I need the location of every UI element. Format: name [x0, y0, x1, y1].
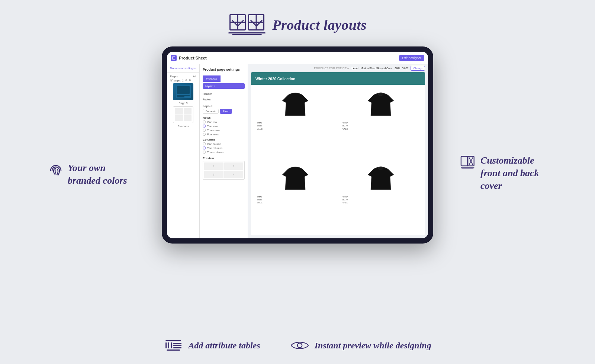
table-vert-2: [168, 342, 169, 348]
layout-box-2: [248, 14, 264, 30]
radio-three-columns[interactable]: Three columns: [203, 151, 245, 154]
layout-icon-group: [228, 14, 266, 35]
svg-rect-9: [177, 96, 184, 97]
app-body: Document settings › Pages A4 N° pages: 2…: [167, 64, 428, 238]
annotation-left: Your own branded colors: [48, 162, 135, 187]
top-section: Product layouts: [0, 0, 595, 35]
page-copy-icon[interactable]: ⧉: [189, 79, 191, 82]
page-title: Product layouts: [272, 17, 366, 33]
product-item-4: View Bu.nr VALE: [340, 162, 422, 233]
app-header: Product Sheet Exit designer: [167, 52, 428, 64]
pages-size: A4: [193, 75, 196, 78]
table-line-2: [167, 349, 180, 351]
svg-rect-4: [173, 58, 174, 59]
layout-box-1: [229, 14, 246, 30]
product-grid: View Bu.nr VALE: [251, 85, 425, 235]
tablet-wrapper: Your own branded colors Product Sheet Ex…: [0, 35, 595, 244]
product-info-4: View Bu.nr VALE: [340, 195, 422, 204]
tab-products[interactable]: Products: [203, 75, 221, 82]
eye-icon: [290, 338, 309, 353]
bottom-item-2: Instant preview while designing: [290, 338, 431, 353]
preview-cell-2: 2: [224, 162, 244, 170]
svg-rect-3: [174, 57, 175, 58]
product-layouts-icon: [228, 14, 266, 35]
tab-header[interactable]: Header: [203, 91, 245, 97]
main-content: PRODUCT FOR PREVIEW Label Merino Short S…: [248, 64, 428, 238]
product-label-value: Merino Short Sleeved Crew: [361, 67, 393, 70]
product-meta: Label Merino Short Sleeved Crew: [351, 67, 392, 70]
sidebar: Document settings › Pages A4 N° pages: 2…: [167, 64, 200, 238]
product-label-key: Label: [351, 67, 358, 70]
sidebar-header: Document settings ›: [167, 64, 199, 73]
toggle-fixed[interactable]: Fixed: [220, 109, 232, 114]
radio-label-one-row: One row: [207, 121, 217, 123]
sidebar-pages-count: N° pages: 2 ⊕ ⧉: [170, 79, 196, 82]
product-view-4: View: [342, 195, 419, 198]
page-3-label: Page 3: [170, 102, 196, 105]
product-page-header: Winter 2020 Collection: [251, 72, 425, 85]
radio-circle-three-columns: [203, 151, 206, 154]
columns-section-label: Columns: [203, 138, 245, 141]
products-thumbnail[interactable]: [173, 106, 193, 123]
app-title: Product Sheet: [179, 56, 207, 60]
layout-section-label: Layout: [203, 104, 245, 108]
tab-layout-arrow: ›: [215, 84, 216, 88]
sidebar-pages-row: Pages A4: [170, 75, 196, 78]
svg-rect-12: [461, 157, 467, 166]
product-vale-3: VALE: [257, 201, 334, 204]
table-vert-1: [165, 342, 167, 348]
page-3-thumbnail[interactable]: [173, 83, 193, 100]
bottom-item-1-text: Add attribute tables: [188, 341, 260, 351]
product-bunr-3: Bu.nr: [257, 198, 334, 201]
tshirt-front-2: [279, 162, 312, 195]
radio-circle-four-rows: [203, 133, 206, 136]
tshirt-front-1: [279, 88, 312, 121]
product-sku-value: V007: [402, 67, 408, 70]
table-icon: [164, 338, 183, 353]
product-sku: SKU V007: [395, 67, 408, 70]
annotation-right: Customizable front and back cover: [460, 154, 547, 192]
radio-one-column[interactable]: One column: [203, 142, 245, 145]
bottom-section: Add attribute tables Instant preview whi…: [0, 338, 595, 353]
radio-circle-two-rows: [203, 125, 206, 128]
radio-three-rows[interactable]: Three rows: [203, 129, 245, 132]
exit-designer-button[interactable]: Exit designer: [399, 55, 424, 61]
product-vale-1: VALE: [257, 128, 334, 131]
preview-section-label: Preview: [203, 157, 245, 160]
icon-underline-1: [228, 32, 266, 33]
product-vale-4: VALE: [342, 201, 419, 204]
layout-toggle: Dynamic Fixed: [203, 109, 245, 114]
pages-label: Pages: [170, 75, 178, 78]
svg-point-10: [378, 93, 383, 96]
radio-two-rows[interactable]: Two rows: [203, 125, 245, 128]
radio-two-columns[interactable]: Two columns: [203, 146, 245, 149]
tab-footer[interactable]: Footer: [203, 97, 245, 102]
table-line-1: [165, 340, 181, 341]
rows-section-label: Rows: [203, 116, 245, 119]
radio-label-three-rows: Three rows: [207, 129, 220, 132]
app-logo: [171, 55, 177, 61]
product-info-3: View Bu.nr VALE: [254, 195, 337, 204]
preview-bar-label: PRODUCT FOR PREVIEW: [314, 67, 350, 70]
preview-cell-4: 4: [224, 171, 244, 178]
sidebar-chevron: ›: [195, 67, 196, 70]
svg-rect-7: [177, 86, 190, 94]
tab-layout-label: Layout: [205, 84, 213, 88]
app-header-left: Product Sheet: [171, 55, 207, 61]
change-product-button[interactable]: Change: [411, 66, 425, 71]
product-bunr-1: Bu.nr: [257, 124, 334, 127]
radio-label-two-rows: Two rows: [207, 125, 218, 128]
annotation-left-text: Your own branded colors: [68, 162, 135, 187]
annotation-right-text: Customizable front and back cover: [480, 154, 547, 192]
svg-rect-2: [173, 57, 174, 58]
toggle-dynamic[interactable]: Dynamic: [203, 109, 219, 114]
tab-layout[interactable]: Layout ›: [203, 83, 245, 89]
radio-one-row[interactable]: One row: [203, 120, 245, 123]
page-add-icon[interactable]: ⊕: [185, 79, 187, 82]
products-label: Products: [170, 125, 196, 128]
tablet-device: Product Sheet Exit designer Document set…: [162, 46, 433, 244]
radio-four-rows[interactable]: Four rows: [203, 133, 245, 136]
settings-tabs: Products: [203, 74, 245, 81]
preview-cell-1: 1: [204, 162, 223, 170]
preview-grid: 1 2 3 4: [203, 161, 245, 180]
